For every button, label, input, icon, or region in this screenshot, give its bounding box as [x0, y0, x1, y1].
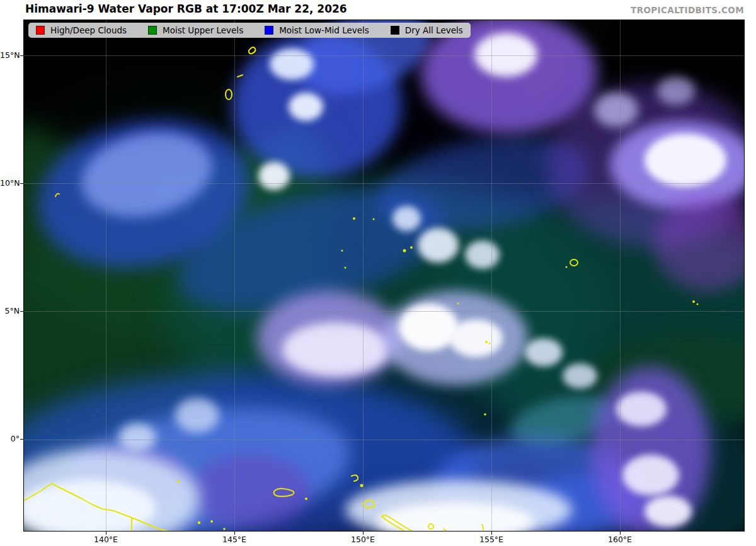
- legend-label: Moist Upper Levels: [163, 25, 243, 35]
- island-outline: [363, 500, 375, 508]
- lon-tick-label: 140°E: [86, 535, 126, 544]
- legend-bar: High/Deep Clouds Moist Upper Levels Mois…: [28, 23, 471, 38]
- legend-swatch-green: [148, 26, 157, 35]
- site-watermark: TROPICALTIDBITS.COM: [631, 5, 744, 15]
- lat-tick-label: 15°N: [0, 50, 20, 60]
- coastline-overlay: [24, 20, 744, 531]
- island-marks: [444, 525, 483, 531]
- legend-item-moist-upper: Moist Upper Levels: [148, 25, 243, 35]
- lon-tick-label: 150°E: [343, 535, 383, 544]
- lon-tick-label: 145°E: [214, 535, 255, 544]
- island-outline: [428, 524, 433, 529]
- legend-swatch-black: [391, 26, 399, 35]
- island-dots: [177, 217, 699, 530]
- png-mainland-coastline: [24, 484, 213, 531]
- island-outline-new-ireland: [382, 515, 418, 531]
- legend-swatch-red: [36, 26, 45, 35]
- lat-tick-label: 5°N: [0, 306, 20, 316]
- legend-label: Dry All Levels: [405, 25, 463, 35]
- island-outline-new-britain: [274, 489, 294, 496]
- tropicaltidbits-satellite-page: Himawari-9 Water Vapor RGB at 17:00Z Mar…: [0, 0, 756, 546]
- island-outline-marianas: [238, 47, 255, 77]
- lat-tick-label: 10°N: [0, 178, 20, 188]
- lat-tick-label: 0°: [0, 434, 20, 444]
- legend-swatch-blue: [265, 26, 273, 35]
- island-outline-marianas: [226, 89, 232, 100]
- legend-label: Moist Low-Mid Levels: [279, 25, 369, 35]
- island-mark: [55, 194, 59, 197]
- lon-tick-label: 160°E: [600, 535, 640, 544]
- legend-item-moist-low-mid: Moist Low-Mid Levels: [265, 25, 369, 35]
- island-outline: [352, 475, 358, 481]
- satellite-imagery-canvas: [24, 20, 744, 531]
- page-title: Himawari-9 Water Vapor RGB at 17:00Z Mar…: [25, 3, 347, 15]
- legend-label: High/Deep Clouds: [50, 25, 127, 35]
- legend-item-dry: Dry All Levels: [391, 25, 463, 35]
- island-outline-atoll: [570, 259, 578, 266]
- lon-tick-label: 155°E: [471, 535, 512, 544]
- legend-item-high-deep-clouds: High/Deep Clouds: [36, 25, 127, 35]
